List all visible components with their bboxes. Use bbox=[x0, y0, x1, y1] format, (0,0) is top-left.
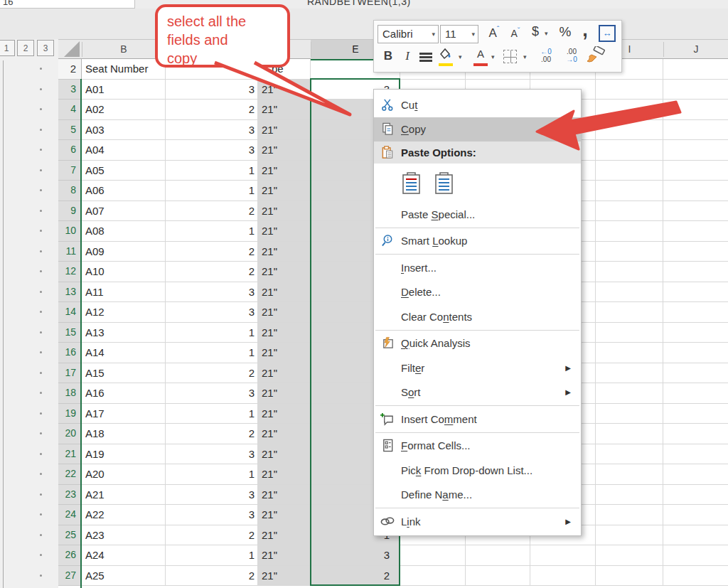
cell-type-5[interactable]: 21" bbox=[258, 120, 311, 141]
cell[interactable] bbox=[596, 282, 663, 303]
cell-section-13[interactable]: 3 bbox=[166, 282, 258, 303]
row-header-10[interactable]: 10 bbox=[58, 221, 82, 242]
format-painter-button[interactable] bbox=[586, 46, 606, 68]
cell-seat-5[interactable]: A03 bbox=[82, 120, 166, 141]
outline-level-3-button[interactable]: 3 bbox=[37, 40, 54, 56]
row-header-22[interactable]: 22 bbox=[58, 464, 82, 485]
cell-type-22[interactable]: 21" bbox=[258, 464, 311, 485]
cell[interactable] bbox=[596, 525, 663, 546]
cell-type-12[interactable]: 21" bbox=[258, 262, 311, 282]
cell-section-9[interactable]: 2 bbox=[166, 201, 258, 222]
cell-section-12[interactable]: 2 bbox=[166, 262, 258, 282]
row-header-26[interactable]: 26 bbox=[58, 545, 82, 566]
row-header-6[interactable]: 6 bbox=[58, 140, 82, 161]
cell[interactable] bbox=[596, 120, 663, 141]
cell[interactable] bbox=[663, 181, 728, 201]
menu-item-copy[interactable]: Copy bbox=[374, 117, 581, 142]
font-color-button[interactable]: A bbox=[472, 48, 489, 66]
cell-type-9[interactable]: 21" bbox=[258, 201, 311, 222]
menu-item-format-cells[interactable]: Format Cells... bbox=[374, 434, 581, 459]
cell[interactable] bbox=[663, 262, 728, 282]
cell-type-27[interactable]: 21" bbox=[258, 566, 311, 587]
cell-type-6[interactable]: 21" bbox=[258, 140, 311, 161]
cell-seat-24[interactable]: A22 bbox=[82, 505, 166, 525]
cell-section-6[interactable]: 3 bbox=[166, 140, 258, 161]
cell[interactable] bbox=[596, 221, 663, 242]
row-header-3[interactable]: 3 bbox=[58, 80, 82, 100]
cell[interactable] bbox=[663, 525, 728, 546]
menu-item-insert-comment[interactable]: Insert Comment bbox=[374, 407, 581, 432]
cell-section-10[interactable]: 1 bbox=[166, 221, 258, 242]
cell[interactable] bbox=[596, 140, 663, 161]
row-header-20[interactable]: 20 bbox=[58, 424, 82, 444]
cell-type-7[interactable]: 21" bbox=[258, 161, 311, 181]
menu-item-smart-lookup[interactable]: Smart Lookup bbox=[374, 229, 581, 254]
outline-level-2-button[interactable]: 2 bbox=[17, 40, 34, 56]
row-header-12[interactable]: 12 bbox=[58, 262, 82, 282]
cell-section-20[interactable]: 2 bbox=[166, 424, 258, 444]
row-header-9[interactable]: 9 bbox=[58, 201, 82, 222]
cell[interactable] bbox=[663, 323, 728, 343]
font-name-combobox[interactable]: Calibri ▾ bbox=[378, 25, 439, 43]
cell[interactable] bbox=[596, 80, 663, 100]
cell-seat-12[interactable]: A10 bbox=[82, 262, 166, 282]
cell-type-16[interactable]: 21" bbox=[258, 343, 311, 363]
chevron-down-icon[interactable]: ▾ bbox=[523, 53, 527, 60]
cell-section-4[interactable]: 2 bbox=[166, 100, 258, 120]
font-size-combobox[interactable]: 11 ▾ bbox=[440, 25, 478, 43]
menu-item-pick-from-drop-down-list[interactable]: Pick From Drop-down List... bbox=[374, 458, 581, 483]
paste-values-button[interactable] bbox=[434, 171, 454, 195]
row-header-19[interactable]: 19 bbox=[58, 404, 82, 424]
cell-type-14[interactable]: 21" bbox=[258, 302, 311, 323]
cell[interactable] bbox=[663, 100, 728, 120]
row-header-2[interactable]: 2 bbox=[58, 59, 82, 80]
cell-section-22[interactable]: 1 bbox=[166, 464, 258, 485]
center-align-button[interactable] bbox=[419, 51, 432, 63]
row-header-24[interactable]: 24 bbox=[58, 505, 82, 525]
cell[interactable] bbox=[663, 221, 728, 242]
menu-item-filter[interactable]: Filter▶ bbox=[374, 356, 581, 380]
italic-button[interactable]: I bbox=[400, 49, 414, 63]
row-header-25[interactable]: 25 bbox=[58, 525, 82, 546]
row-header-14[interactable]: 14 bbox=[58, 302, 82, 323]
cell[interactable] bbox=[596, 505, 663, 525]
cell-seat-8[interactable]: A06 bbox=[82, 181, 166, 201]
cell[interactable] bbox=[663, 140, 728, 161]
cell[interactable] bbox=[663, 464, 728, 485]
column-header-B[interactable]: B bbox=[82, 40, 166, 59]
cell[interactable] bbox=[596, 363, 663, 384]
cell-type-15[interactable]: 21" bbox=[258, 323, 311, 343]
cell-type-3[interactable]: 21" bbox=[258, 80, 311, 100]
cell-type-25[interactable]: 21" bbox=[258, 525, 311, 546]
cell-section-14[interactable]: 3 bbox=[166, 302, 258, 323]
cell-seat-18[interactable]: A16 bbox=[82, 383, 166, 404]
cell-seat-4[interactable]: A02 bbox=[82, 100, 166, 120]
chevron-down-icon[interactable]: ▾ bbox=[545, 30, 548, 37]
cell[interactable] bbox=[596, 201, 663, 222]
grow-font-button[interactable]: Aˆ bbox=[484, 25, 504, 41]
row-header-5[interactable]: 5 bbox=[58, 120, 82, 141]
chevron-down-icon[interactable]: ▾ bbox=[459, 53, 462, 60]
menu-item-paste-options-label[interactable]: Paste Options: bbox=[374, 141, 581, 164]
cell-type-11[interactable]: 21" bbox=[258, 242, 311, 262]
menu-item-insert[interactable]: Insert... bbox=[374, 255, 581, 280]
paste-keep-source-formatting-button[interactable] bbox=[401, 171, 422, 195]
row-header-13[interactable]: 13 bbox=[58, 282, 82, 303]
cell-section-18[interactable]: 3 bbox=[166, 383, 258, 404]
cell[interactable] bbox=[663, 242, 728, 262]
menu-item-sort[interactable]: Sort▶ bbox=[374, 380, 581, 405]
cell[interactable] bbox=[530, 545, 596, 566]
menu-item-link[interactable]: Link▶ bbox=[374, 509, 581, 534]
cell-type-19[interactable]: 21" bbox=[258, 404, 311, 424]
row-header-7[interactable]: 7 bbox=[58, 161, 82, 181]
cell[interactable] bbox=[663, 545, 728, 566]
row-header-23[interactable]: 23 bbox=[58, 485, 82, 506]
format-as-table-button[interactable]: ↔ bbox=[599, 25, 616, 42]
cell[interactable] bbox=[663, 120, 728, 141]
cell-seat-23[interactable]: A21 bbox=[82, 485, 166, 506]
cell[interactable] bbox=[596, 302, 663, 323]
cell[interactable] bbox=[596, 343, 663, 363]
cell-section-25[interactable]: 2 bbox=[166, 525, 258, 546]
cell[interactable] bbox=[663, 505, 728, 525]
cell-type-10[interactable]: 21" bbox=[258, 221, 311, 242]
